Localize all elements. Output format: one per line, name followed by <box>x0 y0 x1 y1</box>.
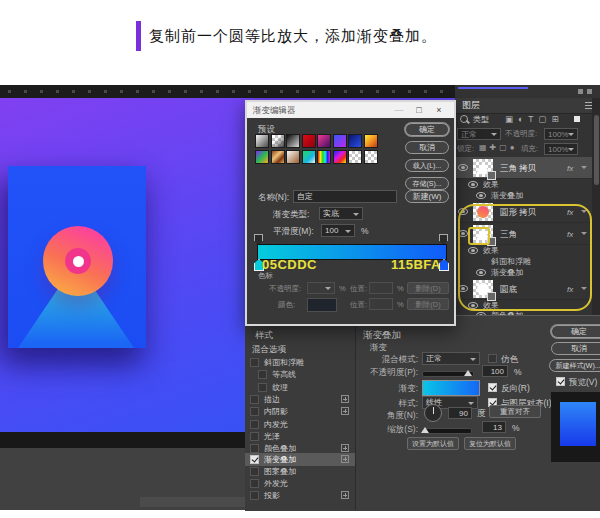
scale-value-field[interactable]: 13 <box>482 421 506 433</box>
gradient-preset-swatch[interactable] <box>286 150 300 164</box>
fx-badge[interactable]: fx <box>567 164 573 173</box>
gradient-preset-swatch[interactable] <box>302 134 316 148</box>
layer-style-cancel-button[interactable]: 取消 <box>551 342 600 355</box>
maximize-icon[interactable]: □ <box>412 105 426 115</box>
style-checkbox[interactable] <box>250 395 259 404</box>
layers-scrollbar-thumb[interactable] <box>594 115 599 185</box>
gradient-ok-button[interactable]: 确定 <box>405 123 449 136</box>
layer-row-triangle-copy[interactable]: 三角 拷贝 fx <box>455 157 592 179</box>
gradient-preset-swatch[interactable] <box>364 134 378 148</box>
visibility-eye-icon[interactable] <box>476 192 486 199</box>
gradient-preset-swatch[interactable] <box>364 150 378 164</box>
fx-collapse-icon[interactable] <box>581 166 587 172</box>
layers-opacity-value[interactable]: 100% <box>544 128 578 140</box>
style-item-drop-shadow[interactable]: 投影 <box>264 492 280 501</box>
dither-checkbox[interactable] <box>488 354 497 363</box>
reverse-checkbox[interactable] <box>488 383 497 392</box>
blending-options-item[interactable]: 混合选项 <box>252 345 286 354</box>
style-checkbox[interactable] <box>250 432 259 441</box>
style-checkbox[interactable] <box>250 407 259 416</box>
style-checkbox[interactable] <box>250 479 259 488</box>
gradient-name-input[interactable]: 自定 <box>293 190 397 203</box>
gradient-preview-swatch[interactable] <box>422 380 480 396</box>
style-item-inner-shadow[interactable]: 内阴影 <box>264 408 288 417</box>
stop-color-swatch[interactable] <box>307 298 337 312</box>
style-item-pattern-overlay[interactable]: 图案叠加 <box>264 468 296 477</box>
search-icon[interactable] <box>460 115 468 123</box>
style-item-satin[interactable]: 光泽 <box>264 433 280 442</box>
style-checkbox[interactable] <box>258 370 267 379</box>
style-item-gradient-overlay[interactable]: 渐变叠加 <box>264 456 296 465</box>
gradient-preset-swatch[interactable] <box>348 134 362 148</box>
load-button[interactable]: 载入(L)... <box>405 159 449 172</box>
style-item-selected-bg <box>245 453 355 466</box>
gradient-preset-swatch[interactable] <box>317 134 331 148</box>
tab-layers[interactable]: 图层 <box>462 101 480 111</box>
preview-checkbox[interactable] <box>556 377 565 386</box>
add-instance-icon[interactable] <box>341 491 349 499</box>
gradient-preset-swatch[interactable] <box>255 134 269 148</box>
style-checkbox[interactable] <box>250 444 259 453</box>
minimize-icon[interactable]: — <box>392 105 406 115</box>
gradient-preset-swatch[interactable] <box>271 134 285 148</box>
style-item-outer-glow[interactable]: 外发光 <box>264 480 288 489</box>
lock-icons[interactable]: ▦✚▢● <box>479 144 518 153</box>
add-instance-icon[interactable] <box>341 455 349 463</box>
gradient-type-select[interactable]: 实底 <box>319 207 363 220</box>
style-item-bevel-emboss[interactable]: 斜面和浮雕 <box>264 359 304 368</box>
layer-name[interactable]: 三角 拷贝 <box>500 164 536 173</box>
add-instance-icon[interactable] <box>341 395 349 403</box>
layer-thumbnail[interactable] <box>473 159 493 177</box>
opacity-value-field[interactable]: 100 <box>482 365 508 377</box>
reset-alignment-button[interactable]: 重置对齐 <box>489 405 541 418</box>
style-checkbox[interactable] <box>258 383 267 392</box>
gradient-preset-swatch[interactable] <box>317 150 331 164</box>
style-item-texture[interactable]: 纹理 <box>272 384 288 393</box>
gradient-preset-swatch[interactable] <box>348 150 362 164</box>
blend-mode-select[interactable]: 正常 <box>422 352 480 365</box>
reset-default-button[interactable]: 复位为默认值 <box>464 437 516 450</box>
layers-blend-mode-select[interactable]: 正常 <box>457 128 501 140</box>
filter-type-dropdown[interactable]: 类型 <box>473 116 489 125</box>
angle-value-field[interactable]: 90 <box>448 407 472 419</box>
new-style-button[interactable]: 新建样式(W)... <box>549 359 600 372</box>
style-item-contour[interactable]: 等高线 <box>272 371 296 380</box>
scale-slider[interactable] <box>424 428 472 434</box>
stop-location-percent: % <box>397 301 404 309</box>
style-item-stroke[interactable]: 描边 <box>264 396 280 405</box>
add-instance-icon[interactable] <box>341 444 349 452</box>
style-item-color-overlay[interactable]: 颜色叠加 <box>264 445 296 454</box>
style-checkbox[interactable] <box>250 420 259 429</box>
style-item-inner-glow[interactable]: 内发光 <box>264 421 288 430</box>
layer-style-ok-button[interactable]: 确定 <box>551 325 600 338</box>
style-checkbox[interactable] <box>250 358 259 367</box>
gradient-preset-swatch[interactable] <box>333 150 347 164</box>
style-checkbox-checked[interactable] <box>250 455 259 464</box>
effect-row-gradient-overlay[interactable]: 渐变叠加 <box>455 190 592 201</box>
save-button[interactable]: 存储(S)... <box>405 177 449 190</box>
gradient-preset-swatch[interactable] <box>286 134 300 148</box>
delete-stop-button: 删除(D) <box>407 298 449 310</box>
opacity-slider-knob[interactable] <box>464 366 472 376</box>
visibility-eye-icon[interactable] <box>468 181 478 188</box>
scale-slider-knob[interactable] <box>421 423 429 433</box>
gradient-preset-swatch[interactable] <box>255 150 269 164</box>
set-default-button[interactable]: 设置为默认值 <box>407 437 459 450</box>
filter-kind-icons[interactable]: ▣◐T▢⊞ <box>505 115 564 124</box>
new-gradient-button[interactable]: 新建(W) <box>405 190 449 203</box>
style-checkbox[interactable] <box>250 467 259 476</box>
effects-group-row[interactable]: 效果 <box>455 179 592 190</box>
smoothness-field[interactable]: 100 <box>321 224 355 237</box>
layers-fill-value[interactable]: 100% <box>544 143 578 155</box>
angle-dial[interactable] <box>424 404 442 422</box>
filter-toggle-icon[interactable] <box>574 116 580 122</box>
gradient-cancel-button[interactable]: 取消 <box>405 141 449 154</box>
close-icon[interactable]: × <box>432 105 446 115</box>
gradient-preset-swatch[interactable] <box>333 134 347 148</box>
visibility-eye-icon[interactable] <box>458 164 468 171</box>
gradient-preset-swatch[interactable] <box>271 150 285 164</box>
gradient-preset-swatch[interactable] <box>302 150 316 164</box>
panel-header-icons[interactable] <box>578 89 592 94</box>
dialog-titlebar[interactable]: 渐变编辑器 — □ × <box>247 102 454 118</box>
style-checkbox[interactable] <box>250 491 259 500</box>
